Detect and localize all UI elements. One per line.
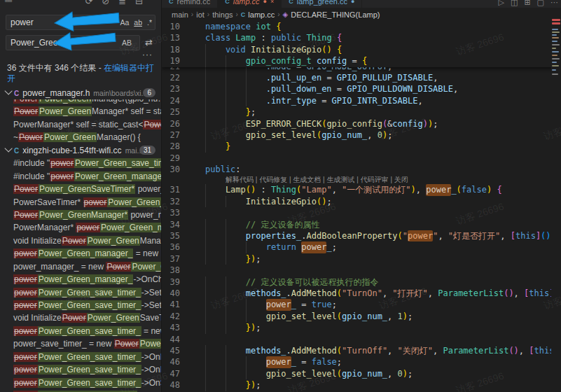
results-summary-text: 36 文件中有 346 个结果 - (7, 63, 104, 73)
code-token: ( (317, 130, 321, 141)
editor-action-icon[interactable]: ▢ (537, 0, 544, 7)
search-result-row[interactable]: PowerPower_GreenManager(gpio_nu… (0, 99, 161, 105)
match-added: Power_Green (39, 106, 92, 116)
search-result-row[interactable]: void InitializePowerPower_GreenManag… (0, 234, 161, 247)
indent-guide (226, 368, 246, 379)
search-result-row[interactable]: PowerPower_GreenManager* self = stati… (0, 105, 161, 118)
search-result-row[interactable]: PowerPower_GreenManager* power_ma… (0, 209, 161, 221)
match-case-icon[interactable]: Aa (120, 18, 129, 27)
indent-guide (205, 55, 226, 66)
search-result-row[interactable]: powerPower_Green_save_timer_->OnEn… (0, 351, 161, 363)
replace-input[interactable] (6, 35, 140, 50)
search-result-row[interactable]: #include "powerPower_Green_save_time… (0, 157, 161, 169)
search-result-row[interactable]: powerPower_Green_save_timer_->SetEn… (0, 299, 161, 312)
code-token: .intr_type (266, 95, 317, 106)
regex-icon[interactable]: .* (147, 18, 152, 27)
search-result-row[interactable]: power_manager_ = new PowerPower_Gr… (0, 260, 161, 273)
code-token: ParameterList (438, 288, 504, 299)
result-suffix: ->OnExi… (141, 365, 161, 374)
file-header[interactable]: Cxingzhi-cube-1.54tft-wifi.ccmai...31 (0, 144, 161, 157)
result-prefix: #include " (13, 172, 50, 181)
minimap[interactable] (551, 8, 561, 392)
editor-action-icon[interactable]: ⋯ (550, 0, 558, 7)
search-result-row[interactable]: powerPower_Green_save_timer_->OnExi… (0, 363, 161, 376)
match-added: Power_Green_save_timer_ (38, 326, 141, 336)
code-token: ( (337, 345, 342, 356)
search-result-row[interactable]: ~PowerPower_GreenManager() { (0, 131, 161, 144)
minimap-mark (552, 62, 557, 63)
search-result-row[interactable]: power_save_timer_ = new PowerPower_… (0, 337, 161, 350)
code-token: } (226, 141, 230, 152)
code-token: public (271, 32, 301, 43)
file-header[interactable]: Cpower_manager.hmain\boards\xi...6 (0, 87, 161, 99)
search-result-row[interactable]: PowerPower_GreenSaveTimer* power_s… (0, 183, 161, 195)
codelens-actions[interactable]: 解释代码 | 代码修复 | 生成文档 | 生成测试 | 代码评审 | 关闭 (162, 175, 561, 184)
line-number: 19 (162, 55, 180, 66)
search-result-row[interactable]: PowerManager* self = static_cast<Power… (0, 118, 161, 131)
code-lines: 21.mode = GPIO_MODE_OUTPUT,22.pull_up_en… (162, 61, 561, 391)
result-suffix: ->OnSh… (141, 378, 161, 388)
tab-dirty-icon[interactable]: ● (351, 0, 354, 5)
breadcrumb-separator-icon: › (236, 10, 238, 18)
code-line: 44 (162, 334, 561, 345)
breadcrumb-symbol[interactable]: DECLARE_THING(Lamp) (291, 10, 380, 19)
preserve-case-icon[interactable]: AB (122, 38, 132, 48)
search-result-row[interactable]: powerPower_Green_manager_ = new Po… (0, 247, 161, 260)
editor-action-icon[interactable]: ◫ (511, 0, 518, 7)
editor-action-icon[interactable]: ▷ (499, 0, 504, 7)
match-added: Power_GreenSaveTimer* (39, 184, 135, 194)
search-result-row[interactable]: #include "powerPower_Green_manager.… (0, 170, 161, 183)
find-match-highlight: power (426, 184, 451, 195)
code-token: gpio_config (326, 118, 382, 130)
indent-guide (246, 356, 266, 368)
code-token: ESP_ERROR_CHECK (246, 118, 321, 130)
result-text: #include "powerPower_Green_manager.… (13, 172, 161, 181)
match-added: Power_Green_ma… (100, 223, 161, 232)
open-in-editor-icon[interactable]: ≣ (118, 0, 126, 4)
editor-action-icon[interactable]: ⊞ (524, 0, 530, 7)
toggle-search-details[interactable]: ··· (0, 51, 161, 59)
search-result-row[interactable]: powerPower_Green_save_tim… (0, 389, 161, 392)
search-result-row[interactable]: powerPower_Green_save_timer_->SetEn… (0, 286, 161, 299)
tab-dirty-icon[interactable]: ● (263, 0, 267, 5)
breadcrumb-item[interactable]: iot (196, 10, 205, 19)
search-result-row[interactable]: PowerManager* powerPower_Green_ma… (0, 221, 161, 234)
indent-guide (246, 311, 266, 322)
tab-close-icon[interactable]: × (270, 0, 274, 5)
code-area: 10namespace iot {13class Lamp : public T… (162, 21, 561, 392)
breadcrumb-file[interactable]: lamp.cc (248, 10, 275, 19)
code-token: () (317, 196, 326, 207)
tab-remind-cc[interactable]: Cremind.cc (162, 0, 218, 8)
refresh-icon[interactable]: ⟳ (85, 0, 92, 4)
minimap-mark (552, 55, 557, 56)
search-result-row[interactable]: void InitializePowerPower_GreenSaveTi… (0, 312, 161, 324)
code-line: 18void InitializeGpio() { (162, 44, 561, 55)
tab-lamp-cc[interactable]: Clamp.cc●× (218, 0, 282, 8)
search-result-row[interactable]: powerPower_Green_manager_->OnChar… (0, 273, 161, 286)
indent-guide (205, 288, 226, 299)
indent-guide (226, 118, 246, 130)
file-path: main\boards\xi... (93, 89, 147, 97)
code-line: 40methods_.AddMethod("TurnOn", "打开灯", Pa… (162, 288, 561, 299)
tab-lamp_green-cc[interactable]: Clamp_green.cc● (282, 0, 362, 8)
indent-guide (226, 288, 246, 299)
result-text: PowerManager* powerPower_Green_ma… (13, 223, 161, 232)
code-token: [ (529, 345, 534, 356)
clear-results-icon[interactable]: ⊘ (102, 0, 109, 4)
search-result-row[interactable]: powerPower_Green_save_timer_->OnSh… (0, 377, 161, 389)
search-result-row[interactable]: powerPower_Green_save_timer_ = new … (0, 325, 161, 337)
code-token: & (387, 118, 392, 130)
code-token: AddBooleanProperty (307, 230, 398, 241)
breadcrumb-item[interactable]: things (212, 10, 233, 19)
line-number: 23 (162, 83, 180, 94)
breadcrumb-item[interactable]: main (172, 10, 188, 19)
code-token: , (387, 368, 397, 379)
minimap-mark (552, 58, 560, 59)
search-result-row[interactable]: PowerSaveTimer* powerPower_Green_s… (0, 196, 161, 209)
whole-word-icon[interactable]: ab (134, 18, 142, 27)
filter-icon[interactable]: ▦ (4, 0, 13, 3)
replace-all-icon[interactable]: ⇄ (142, 36, 155, 50)
code-line: 46power_ = false; (162, 356, 561, 368)
result-text: power_manager_ = new PowerPower_Gr… (13, 262, 161, 272)
collapse-all-icon[interactable]: ⊟ (135, 0, 143, 4)
